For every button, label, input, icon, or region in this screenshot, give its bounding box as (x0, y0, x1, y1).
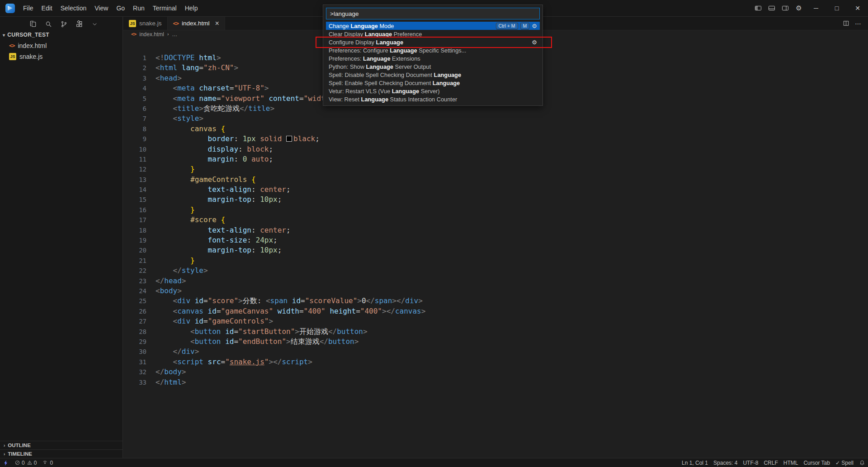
code-line[interactable]: 16 } (123, 205, 868, 215)
split-editor-icon[interactable] (843, 20, 849, 27)
command-item[interactable]: Preferences: Configure Language Specific… (326, 46, 540, 54)
breadcrumb-item-more[interactable]: … (172, 31, 177, 38)
tab-index.html[interactable]: <>index.html× (168, 17, 225, 30)
command-item[interactable]: Spell: Enable Spell Checking Document La… (326, 79, 540, 87)
close-icon[interactable]: × (215, 20, 219, 27)
command-item[interactable]: View: Reset Language Status Interaction … (326, 95, 540, 103)
status-spaces-4[interactable]: Spaces: 4 (711, 458, 740, 467)
code-line[interactable]: 15 margin-top: 10px; (123, 195, 868, 205)
code-line[interactable]: 8 canvas { (123, 124, 868, 134)
code-line[interactable]: 19 font-size: 24px; (123, 235, 868, 245)
extensions-icon[interactable] (74, 19, 84, 29)
code-line[interactable]: 24<body> (123, 286, 868, 296)
command-item[interactable]: Clear Display Language Preference (326, 30, 540, 38)
code-line[interactable]: 13 #gameControls { (123, 175, 868, 185)
toggle-panel-icon[interactable] (765, 2, 778, 14)
files-icon[interactable] (28, 19, 38, 29)
menu-selection[interactable]: Selection (57, 0, 91, 16)
code-line[interactable]: 28 <button id="startButton">开始游戏</button… (123, 327, 868, 337)
status-bar: 0 0 0 Ln 1, Col 1Spaces: 4UTF-8CRLFHTMLC… (0, 458, 868, 467)
outline-section[interactable]: › OUTLINE (0, 441, 123, 449)
timeline-section[interactable]: › TIMELINE (0, 449, 123, 458)
line-number: 1 (123, 53, 156, 63)
command-item[interactable]: Vetur: Restart VLS (Vue Language Server) (326, 87, 540, 95)
code-line[interactable]: 7 <style> (123, 114, 868, 124)
search-icon[interactable] (43, 19, 53, 29)
code-line[interactable]: 18 text-align: center; (123, 225, 868, 235)
command-item[interactable]: Preferences: Language Extensions (326, 54, 540, 62)
command-item[interactable]: Python: Show Language Server Output (326, 62, 540, 71)
status-cursor-tab[interactable]: Cursor Tab (801, 458, 832, 467)
code-line[interactable]: 29 <button id="endButton">结束游戏</button> (123, 337, 868, 347)
toggle-secondary-sidebar-icon[interactable] (778, 2, 792, 14)
notifications-bell-icon[interactable] (856, 458, 868, 467)
problems-indicator[interactable]: 0 0 (12, 458, 39, 467)
command-item[interactable]: Change Language ModeCtrl + MM⚙ (326, 22, 540, 30)
minimize-button[interactable]: ─ (806, 0, 826, 17)
menu-file[interactable]: File (19, 0, 38, 16)
status-crlf[interactable]: CRLF (761, 458, 780, 467)
ports-indicator[interactable]: 0 (39, 458, 56, 467)
menu-go[interactable]: Go (112, 0, 129, 16)
tab-label: index.html (182, 20, 210, 27)
code-line[interactable]: 22 </style> (123, 266, 868, 276)
remote-indicator[interactable] (0, 458, 12, 467)
menu-terminal[interactable]: Terminal (149, 0, 181, 16)
menu-run[interactable]: Run (129, 0, 149, 16)
tab-snake.js[interactable]: JSsnake.js (123, 17, 168, 30)
status-ln-1-col-1[interactable]: Ln 1, Col 1 (679, 458, 711, 467)
file-item-index.html[interactable]: <>index.html (0, 40, 123, 51)
chevron-down-icon[interactable] (90, 19, 99, 29)
code-line[interactable]: 30 </div> (123, 347, 868, 357)
file-label: index.html (18, 42, 47, 49)
code-line[interactable]: 21 } (123, 256, 868, 266)
line-content: <body> (156, 286, 182, 296)
more-actions-icon[interactable]: ⋯ (855, 20, 862, 27)
menu-help[interactable]: Help (181, 0, 202, 16)
settings-gear-icon[interactable]: ⚙ (792, 2, 806, 14)
sidebar-bottom-panels: › OUTLINE › TIMELINE (0, 441, 123, 458)
explorer-section-header[interactable]: ▾ CURSOR_TEST (0, 29, 123, 40)
command-item[interactable]: Spell: Disable Spell Checking Document L… (326, 71, 540, 79)
line-number: 27 (123, 316, 156, 326)
command-input[interactable]: >language (326, 8, 540, 19)
line-content: </html> (156, 377, 186, 387)
gear-icon[interactable]: ⚙ (532, 39, 537, 45)
status-spell[interactable]: ✓ Spell (833, 458, 856, 467)
breadcrumb-item-file[interactable]: index.html (139, 31, 164, 38)
menu-view[interactable]: View (90, 0, 112, 16)
menu-edit[interactable]: Edit (38, 0, 57, 16)
file-item-snake.js[interactable]: JSsnake.js (0, 51, 123, 62)
code-line[interactable]: 25 <div id="score">分数: <span id="scoreVa… (123, 296, 868, 306)
command-item[interactable]: Configure Display Language⚙ (326, 38, 540, 46)
code-line[interactable]: 14 text-align: center; (123, 185, 868, 195)
line-number: 15 (123, 195, 156, 205)
code-line[interactable]: 33</html> (123, 377, 868, 387)
error-count: 0 (22, 460, 25, 466)
code-line[interactable]: 17 #score { (123, 215, 868, 225)
color-swatch[interactable] (286, 136, 292, 142)
code-line[interactable]: 11 margin: 0 auto; (123, 154, 868, 164)
code-line[interactable]: 23</head> (123, 276, 868, 286)
line-content: <style> (156, 114, 203, 124)
status-html[interactable]: HTML (781, 458, 801, 467)
toggle-primary-sidebar-icon[interactable] (751, 2, 765, 14)
code-editor[interactable]: 1<!DOCTYPE html>2<html lang="zh-CN">3<he… (123, 53, 868, 458)
line-content: #gameControls { (156, 175, 256, 185)
gear-icon[interactable]: ⚙ (532, 23, 537, 29)
code-line[interactable]: 32</body> (123, 367, 868, 377)
code-line[interactable]: 20 margin-top: 10px; (123, 245, 868, 255)
app-logo-icon[interactable] (5, 4, 15, 13)
code-line[interactable]: 31 <script src="snake.js"></script> (123, 357, 868, 367)
code-line[interactable]: 26 <canvas id="gameCanvas" width="400" h… (123, 306, 868, 316)
close-window-button[interactable]: ✕ (847, 0, 868, 17)
line-content: <button id="endButton">结束游戏</button> (156, 337, 359, 347)
source-control-icon[interactable] (59, 19, 69, 29)
menu-bar: FileEditSelectionViewGoRunTerminalHelp (19, 0, 202, 16)
code-line[interactable]: 9 border: 1px solid black; (123, 134, 868, 144)
code-line[interactable]: 10 display: block; (123, 144, 868, 154)
status-utf-8[interactable]: UTF-8 (740, 458, 761, 467)
code-line[interactable]: 27 <div id="gameControls"> (123, 316, 868, 326)
code-line[interactable]: 12 } (123, 164, 868, 174)
maximize-button[interactable]: □ (826, 0, 847, 17)
